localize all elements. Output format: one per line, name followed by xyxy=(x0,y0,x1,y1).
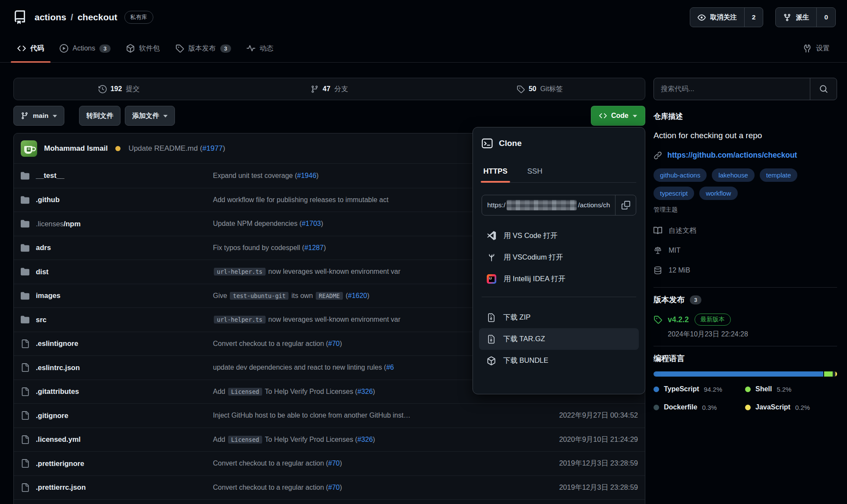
website-link[interactable]: https://github.com/actions/checkout xyxy=(667,151,797,160)
commit-message-cell[interactable]: Update NPM dependencies (#1703) xyxy=(213,220,508,228)
language-segment[interactable] xyxy=(653,371,824,377)
file-name-link[interactable]: dist xyxy=(36,268,48,276)
language-segment[interactable] xyxy=(824,371,834,377)
commit-message-cell[interactable]: url-helper.ts now leverages well-known e… xyxy=(213,316,508,323)
releases-heading-label[interactable]: 版本发布 xyxy=(653,295,685,305)
pr-link[interactable]: #1620 xyxy=(348,292,368,299)
unwatch-button[interactable]: 取消关注 2 xyxy=(690,7,764,27)
goto-file-button[interactable]: 转到文件 xyxy=(79,106,121,126)
download-zip-item[interactable]: 下载 ZIP xyxy=(482,307,636,328)
release-version-link[interactable]: v4.2.2 xyxy=(668,315,689,324)
file-name-link[interactable]: src xyxy=(36,316,47,324)
table-row[interactable]: .licensed.yml Add Licensed To Help Verif… xyxy=(14,428,645,452)
download-bundle-item[interactable]: 下载 BUNDLE xyxy=(482,350,636,371)
open-vscode-item[interactable]: 用 VS Code 打开 xyxy=(482,225,636,247)
table-row[interactable]: .prettierignore Convert checkout to a re… xyxy=(14,451,645,475)
copy-url-button[interactable] xyxy=(615,195,636,215)
tab-code-label: 代码 xyxy=(30,44,44,53)
forks-count[interactable]: 0 xyxy=(816,8,835,27)
pr-link[interactable]: #1703 xyxy=(301,220,321,227)
fork-button[interactable]: 派生 0 xyxy=(775,7,836,27)
file-name-link[interactable]: .eslintrc.json xyxy=(36,364,80,372)
commit-message-cell[interactable]: Inject GitHub host to be able to clone f… xyxy=(213,412,508,419)
file-name-link[interactable]: .prettierignore xyxy=(36,460,84,468)
topic-tag[interactable]: workflow xyxy=(699,187,737,200)
tab-ssh[interactable]: SSH xyxy=(527,167,542,182)
pr-link[interactable]: #326 xyxy=(357,436,373,443)
table-row[interactable]: .prettierrc.json Convert checkout to a r… xyxy=(14,475,645,500)
commit-author[interactable]: Mohammad Ismail xyxy=(44,144,108,153)
stat-commits[interactable]: 192 提交 xyxy=(14,78,224,100)
avatar[interactable] xyxy=(21,140,37,157)
file-name-link[interactable]: .eslintignore xyxy=(36,339,78,348)
commit-message-cell[interactable]: Add Licensed To Help Verify Prod License… xyxy=(213,436,508,444)
stat-tags[interactable]: 50 Git标签 xyxy=(435,78,645,100)
file-name: .gitattributes xyxy=(36,387,79,395)
open-intellij-item[interactable]: IJ 用 Intellij IDEA 打开 xyxy=(482,268,636,290)
tab-packages[interactable]: 软件包 xyxy=(120,35,166,62)
file-name-link[interactable]: .licenses/npm xyxy=(36,220,81,228)
table-row[interactable]: .gitignore Inject GitHub host to be able… xyxy=(14,403,645,428)
add-file-button[interactable]: 添加文件 xyxy=(125,106,175,126)
file-name-link[interactable]: .gitattributes xyxy=(36,387,79,396)
pr-link[interactable]: #70 xyxy=(328,340,340,347)
pr-link[interactable]: #1287 xyxy=(305,244,324,251)
breadcrumb-owner[interactable]: actions xyxy=(35,12,67,22)
manage-topics-link[interactable]: 管理主题 xyxy=(653,206,678,214)
file-name-link[interactable]: images xyxy=(36,292,60,300)
pr-link[interactable]: #1977 xyxy=(202,144,222,152)
tab-settings[interactable]: 设置 xyxy=(796,35,836,62)
language-entry[interactable]: JavaScript 0.2% xyxy=(745,403,837,411)
pr-link[interactable]: #70 xyxy=(328,484,340,491)
commit-message-cell[interactable]: Fix typos found by codespell (#1287) xyxy=(213,244,508,252)
license-item[interactable]: MIT xyxy=(653,241,837,260)
topic-tag[interactable]: template xyxy=(760,168,798,182)
tab-code[interactable]: 代码 xyxy=(11,35,51,62)
pr-link[interactable]: #70 xyxy=(328,460,340,467)
search-input[interactable] xyxy=(654,78,810,100)
topic-tag[interactable]: github-actions xyxy=(653,168,707,182)
branch-selector[interactable]: main xyxy=(13,106,64,126)
tab-actions[interactable]: Actions 3 xyxy=(53,35,117,62)
file-name-link[interactable]: adrs xyxy=(36,244,51,252)
download-targz-item[interactable]: 下载 TAR.GZ xyxy=(479,328,639,350)
commit-message-cell[interactable]: Convert checkout to a regular action (#7… xyxy=(213,484,508,491)
readme-item[interactable]: 自述文档 xyxy=(653,221,837,241)
tab-https[interactable]: HTTPS xyxy=(483,167,508,182)
language-entry[interactable]: TypeScript 94.2% xyxy=(653,385,745,393)
language-entry[interactable]: Shell 5.2% xyxy=(745,385,837,393)
file-name-link[interactable]: __test__ xyxy=(36,171,64,180)
topic-tag[interactable]: typescript xyxy=(653,187,694,200)
commit-message-cell[interactable]: update dev dependencies and react to new… xyxy=(213,364,508,371)
clone-url-input[interactable]: https://actions/ch xyxy=(482,195,615,215)
code-button[interactable]: Code xyxy=(591,106,645,126)
watchers-count[interactable]: 2 xyxy=(744,8,763,27)
commit-status-dot[interactable] xyxy=(115,146,121,151)
file-name-link[interactable]: .gitignore xyxy=(36,412,68,420)
commit-message-cell[interactable]: Give test-ubuntu-git its own README (#16… xyxy=(213,292,508,300)
stat-branches[interactable]: 47 分支 xyxy=(224,78,435,100)
search-button[interactable] xyxy=(810,78,837,100)
pr-link[interactable]: #1946 xyxy=(297,172,317,179)
commit-message-cell[interactable]: Convert checkout to a regular action (#7… xyxy=(213,340,508,348)
language-entry[interactable]: Dockerfile 0.3% xyxy=(653,403,745,411)
file-name-link[interactable]: .github xyxy=(36,196,60,204)
breadcrumb-repo[interactable]: checkout xyxy=(77,12,117,22)
commit-message-cell[interactable]: Expand unit test coverage (#1946) xyxy=(213,172,508,180)
file-name-link[interactable]: .prettierrc.json xyxy=(36,483,86,491)
size-item[interactable]: 12 MiB xyxy=(653,260,837,280)
commit-message-cell[interactable]: Convert checkout to a regular action (#7… xyxy=(213,460,508,467)
file-name-link[interactable]: .licensed.yml xyxy=(36,435,81,444)
open-vscodium-item[interactable]: 用 VSCodium 打开 xyxy=(482,247,636,268)
topic-tag[interactable]: lakehouse xyxy=(712,168,754,182)
commit-message-cell[interactable]: url-helper.ts now leverages well-known e… xyxy=(213,268,508,276)
commit-message-cell[interactable]: Add Licensed To Help Verify Prod License… xyxy=(213,388,508,396)
commit-message-cell[interactable]: Add workflow file for publishing release… xyxy=(213,196,508,204)
commit-message-text: Convert checkout to a regular action ( xyxy=(213,460,328,467)
pr-link[interactable]: #6 xyxy=(386,364,394,371)
table-row[interactable] xyxy=(14,499,645,504)
tab-activity[interactable]: 动态 xyxy=(240,35,280,62)
tab-releases[interactable]: 版本发布 3 xyxy=(169,35,238,62)
language-segment[interactable] xyxy=(835,371,837,377)
pr-link[interactable]: #326 xyxy=(357,388,373,395)
